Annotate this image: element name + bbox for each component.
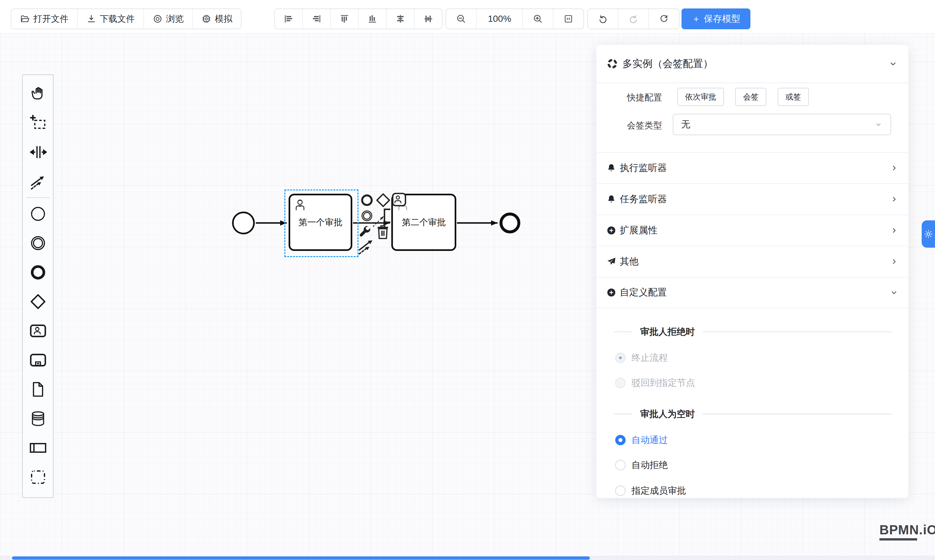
palette-participant-pool[interactable] bbox=[24, 433, 52, 463]
radio-label: 自动通过 bbox=[632, 434, 668, 446]
radio-circle[interactable] bbox=[615, 486, 626, 496]
append-gateway-icon[interactable] bbox=[375, 192, 391, 208]
align-center-horizontal-button[interactable] bbox=[386, 9, 414, 29]
palette-data-object[interactable] bbox=[24, 375, 52, 404]
section-task-listener[interactable]: 任务监听器 bbox=[597, 183, 908, 214]
open-file-label: 打开文件 bbox=[34, 13, 69, 25]
divider-approver-reject: 审批人拒绝时 bbox=[614, 326, 892, 338]
fit-viewport-button[interactable] bbox=[553, 9, 583, 29]
radio-auto-pass[interactable]: 自动通过 bbox=[615, 434, 668, 446]
radio-circle[interactable] bbox=[615, 460, 626, 470]
reset-button[interactable] bbox=[648, 9, 679, 29]
user-icon bbox=[293, 198, 308, 212]
start-event-node[interactable] bbox=[232, 212, 255, 234]
quick-option-countersign[interactable]: 会签 bbox=[735, 88, 766, 106]
send-icon bbox=[606, 257, 617, 267]
chevron-right-icon bbox=[889, 226, 899, 235]
radio-auto-reject[interactable]: 自动拒绝 bbox=[615, 459, 668, 471]
subprocess-icon bbox=[29, 351, 47, 369]
section-label: 执行监听器 bbox=[620, 162, 889, 175]
simulate-button[interactable]: 模拟 bbox=[192, 9, 241, 29]
zoom-in-button[interactable] bbox=[523, 9, 553, 29]
settings-side-tab[interactable] bbox=[922, 220, 935, 248]
palette-user-task[interactable] bbox=[24, 316, 52, 346]
undo-icon bbox=[598, 14, 608, 24]
section-custom-config[interactable]: 自定义配置 bbox=[597, 277, 908, 308]
toolbar-file-group: 打开文件 下载文件 浏览 模拟 bbox=[11, 8, 241, 29]
data-object-icon bbox=[29, 381, 47, 398]
quick-option-sequential[interactable]: 依次审批 bbox=[677, 88, 724, 106]
change-type-wrench-icon[interactable] bbox=[358, 225, 374, 238]
horizontal-scrollbar-thumb[interactable] bbox=[12, 557, 590, 560]
global-connect-tool[interactable] bbox=[24, 167, 52, 196]
palette-data-store[interactable] bbox=[24, 404, 52, 433]
zoom-level-display[interactable]: 100% bbox=[476, 9, 523, 29]
save-model-button[interactable]: ＋ 保存模型 bbox=[681, 8, 750, 29]
simulate-label: 模拟 bbox=[215, 13, 232, 25]
gear-icon bbox=[924, 229, 933, 239]
lasso-tool[interactable] bbox=[24, 108, 52, 137]
append-user-task-icon[interactable] bbox=[391, 191, 407, 208]
divider-title: 审批人为空时 bbox=[640, 408, 695, 420]
bpmn-io-watermark[interactable]: BPMN.iO bbox=[880, 523, 935, 540]
append-end-event-icon[interactable] bbox=[360, 193, 374, 207]
chevron-right-icon bbox=[889, 257, 899, 266]
align-bottom-button[interactable] bbox=[358, 9, 386, 29]
palette-intermediate-event[interactable] bbox=[24, 228, 52, 258]
zoom-in-icon bbox=[533, 14, 543, 24]
section-label: 扩展属性 bbox=[620, 224, 889, 237]
palette-group[interactable] bbox=[24, 463, 52, 492]
hand-icon bbox=[29, 85, 47, 102]
participant-pool-icon bbox=[29, 439, 47, 457]
append-intermediate-event-icon[interactable] bbox=[360, 209, 374, 223]
radio-circle[interactable] bbox=[615, 435, 626, 445]
zoom-out-button[interactable] bbox=[446, 9, 476, 29]
radio-return-to-node: 驳回到指定节点 bbox=[615, 377, 695, 389]
chip-icon bbox=[201, 14, 212, 24]
intermediate-event-icon bbox=[29, 234, 47, 252]
align-middle-vertical-button[interactable] bbox=[414, 9, 442, 29]
radio-label: 驳回到指定节点 bbox=[632, 377, 695, 389]
radio-label: 自动拒绝 bbox=[632, 459, 668, 471]
palette-subprocess[interactable] bbox=[24, 346, 52, 375]
open-file-button[interactable]: 打开文件 bbox=[11, 9, 77, 29]
countersign-type-label: 会签类型 bbox=[603, 120, 662, 131]
bpmn-io-logo-text: BPMN.iO bbox=[880, 523, 935, 537]
task-node-first-approval[interactable]: 第一个审批 bbox=[289, 194, 352, 251]
plus-icon: ＋ bbox=[692, 13, 701, 25]
redo-button[interactable] bbox=[618, 9, 648, 29]
align-left-button[interactable] bbox=[275, 9, 302, 29]
connect-arrows-icon bbox=[29, 172, 47, 190]
section-execution-listener[interactable]: 执行监听器 bbox=[597, 152, 908, 183]
hand-tool[interactable] bbox=[24, 79, 52, 108]
radio-label: 指定成员审批 bbox=[632, 485, 686, 497]
align-top-button[interactable] bbox=[330, 9, 358, 29]
connect-tool-icon[interactable] bbox=[357, 238, 376, 255]
radio-assign-member[interactable]: 指定成员审批 bbox=[615, 485, 686, 497]
radio-circle bbox=[615, 352, 626, 363]
panel-header-multi-instance[interactable]: 多实例（会签配置） bbox=[597, 45, 908, 83]
space-tool[interactable] bbox=[24, 137, 52, 167]
align-right-button[interactable] bbox=[302, 9, 330, 29]
palette-end-event[interactable] bbox=[24, 258, 52, 287]
section-extended-properties[interactable]: 扩展属性 bbox=[597, 214, 908, 246]
radio-label: 终止流程 bbox=[632, 352, 668, 364]
reset-icon bbox=[659, 14, 669, 24]
section-other[interactable]: 其他 bbox=[597, 246, 908, 277]
align-center-horizontal-icon bbox=[395, 14, 406, 24]
end-event-node[interactable] bbox=[500, 212, 520, 233]
append-text-annotation-icon[interactable] bbox=[383, 208, 391, 223]
redo-icon bbox=[628, 14, 638, 24]
section-label: 任务监听器 bbox=[620, 193, 889, 206]
task-label: 第二个审批 bbox=[402, 217, 446, 228]
delete-trash-icon[interactable] bbox=[376, 224, 389, 240]
undo-button[interactable] bbox=[588, 9, 618, 29]
download-file-button[interactable]: 下载文件 bbox=[77, 9, 143, 29]
space-tool-icon bbox=[29, 143, 47, 161]
countersign-type-select[interactable]: 无 bbox=[673, 114, 891, 135]
palette-start-event[interactable] bbox=[24, 199, 52, 228]
divider-title: 审批人拒绝时 bbox=[640, 326, 695, 338]
quick-option-orsign[interactable]: 或签 bbox=[778, 88, 809, 106]
preview-button[interactable]: 浏览 bbox=[143, 9, 192, 29]
palette-gateway[interactable] bbox=[24, 287, 52, 316]
